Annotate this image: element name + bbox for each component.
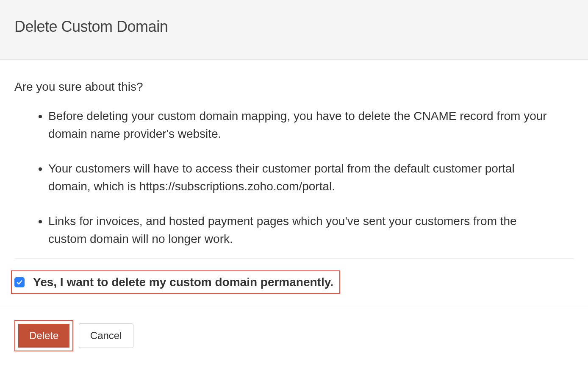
- dialog-body: Are you sure about this? Before deleting…: [0, 60, 588, 308]
- confirm-label[interactable]: Yes, I want to delete my custom domain p…: [33, 276, 333, 289]
- confirmation-question: Are you sure about this?: [14, 80, 574, 94]
- warning-item: Before deleting your custom domain mappi…: [48, 107, 574, 143]
- warning-item: Links for invoices, and hosted payment p…: [48, 212, 574, 248]
- dialog-header: Delete Custom Domain: [0, 0, 588, 60]
- dialog-title: Delete Custom Domain: [14, 18, 574, 36]
- dialog-footer: Delete Cancel: [0, 308, 588, 363]
- confirm-checkbox-wrapper: [14, 277, 25, 287]
- delete-button[interactable]: Delete: [18, 324, 69, 348]
- cancel-button[interactable]: Cancel: [79, 323, 133, 348]
- divider: [14, 258, 574, 259]
- warning-list: Before deleting your custom domain mappi…: [14, 107, 574, 248]
- delete-highlight-box: Delete: [14, 320, 73, 351]
- warning-item: Your customers will have to access their…: [48, 160, 574, 195]
- confirm-highlight-box: Yes, I want to delete my custom domain p…: [11, 270, 340, 294]
